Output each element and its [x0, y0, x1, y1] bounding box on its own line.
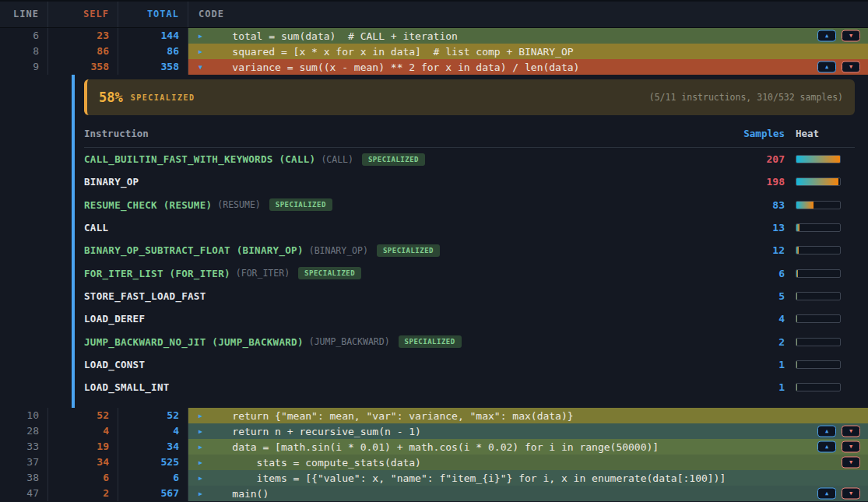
heat-cell	[796, 223, 855, 232]
code-text: items = [{"value": x, "name": f"item_{i}…	[208, 472, 726, 484]
jump-down-button[interactable]: ▼	[842, 426, 860, 437]
code-line-row[interactable]: 37 34 525 ▶ stats = compute_stats(data) …	[0, 455, 868, 470]
code-cell[interactable]: ▶ data = [math.sin(i * 0.01) + math.cos(…	[188, 439, 868, 455]
code-cell[interactable]: ▶ total = sum(data) # CALL + iteration ▲…	[188, 28, 868, 44]
code-cell[interactable]: ▶ main() ▲ ▼	[188, 486, 868, 501]
heat-bar-track	[796, 246, 841, 255]
heat-bar-fill	[796, 224, 799, 231]
column-header-line[interactable]: LINE	[0, 2, 48, 27]
expand-arrow-icon[interactable]: ▶	[199, 444, 206, 451]
row-buttons: ▼	[842, 457, 860, 469]
code-rows-top: 6 23 144 ▶ total = sum(data) # CALL + it…	[0, 28, 868, 75]
column-header-code[interactable]: CODE	[188, 2, 868, 27]
heat-bar-fill	[796, 339, 797, 346]
specialized-label: SPECIALIZED	[131, 93, 195, 102]
instruction-name-wrap: CALL	[84, 222, 736, 233]
heat-bar-track	[796, 155, 841, 163]
instruction-base-name: (JUMP_BACKWARD)	[309, 336, 390, 347]
self-samples: 19	[48, 439, 118, 455]
code-cell[interactable]: ▶ items = [{"value": x, "name": f"item_{…	[188, 470, 868, 486]
jump-down-button[interactable]: ▼	[842, 441, 860, 453]
instruction-samples: 6	[736, 268, 785, 279]
jump-up-button[interactable]: ▲	[817, 61, 836, 73]
line-number: 28	[0, 423, 48, 439]
specialized-badge: SPECIALIZED	[377, 244, 440, 257]
heat-bar-fill	[796, 361, 797, 368]
instruction-name-wrap: BINARY_OP	[84, 176, 736, 188]
code-text: return {"mean": mean, "var": variance, "…	[208, 410, 574, 422]
code-cell[interactable]: ▼ variance = sum((x - mean) ** 2 for x i…	[188, 59, 868, 75]
instruction-name: STORE_FAST_LOAD_FAST	[84, 290, 206, 302]
heat-bar-fill	[796, 178, 838, 185]
specialized-badge: SPECIALIZED	[399, 335, 462, 348]
line-number: 8	[0, 44, 48, 59]
jump-down-button[interactable]: ▼	[842, 61, 860, 73]
expand-arrow-icon[interactable]: ▶	[199, 412, 206, 420]
jump-down-button[interactable]: ▼	[842, 488, 860, 500]
jump-up-button[interactable]: ▲	[817, 488, 836, 500]
total-samples: 144	[118, 28, 188, 44]
instruction-name: BINARY_OP_SUBTRACT_FLOAT (BINARY_OP)	[84, 244, 304, 256]
specialization-summary-box: 58% SPECIALIZED (5/11 instructions, 310/…	[84, 79, 855, 115]
detail-accent-bar	[72, 75, 75, 408]
code-line-row[interactable]: 38 6 6 ▶ items = [{"value": x, "name": f…	[0, 470, 868, 486]
instruction-base-name: (FOR_ITER)	[236, 268, 290, 279]
instruction-name: CALL	[84, 222, 108, 233]
expand-arrow-icon[interactable]: ▶	[199, 48, 206, 55]
expand-arrow-icon[interactable]: ▶	[199, 33, 206, 40]
instruction-row: LOAD_DEREF 4	[84, 307, 855, 330]
code-line-row[interactable]: 6 23 144 ▶ total = sum(data) # CALL + it…	[0, 28, 868, 44]
code-line-row[interactable]: 47 2 567 ▶ main() ▲ ▼	[0, 486, 868, 501]
code-text: data = [math.sin(i * 0.01) + math.cos(i …	[208, 441, 659, 453]
specialization-detail-panel: 58% SPECIALIZED (5/11 instructions, 310/…	[0, 75, 868, 408]
column-header-self[interactable]: SELF	[48, 2, 118, 27]
jump-up-button[interactable]: ▲	[817, 441, 836, 453]
heat-cell	[796, 360, 855, 369]
jump-down-button[interactable]: ▼	[842, 30, 860, 42]
code-line-row[interactable]: 8 86 86 ▶ squared = [x * x for x in data…	[0, 44, 868, 59]
instruction-row: BINARY_OP 198	[84, 170, 855, 193]
heat-cell	[796, 201, 855, 209]
code-text: variance = sum((x - mean) ** 2 for x in …	[208, 61, 579, 73]
code-line-row[interactable]: 10 52 52 ▶ return {"mean": mean, "var": …	[0, 408, 868, 423]
code-line-row[interactable]: 9 358 358 ▼ variance = sum((x - mean) **…	[0, 59, 868, 75]
instruction-name: FOR_ITER_LIST (FOR_ITER)	[84, 268, 230, 279]
expand-arrow-icon[interactable]: ▶	[199, 428, 206, 435]
self-samples: 4	[48, 423, 118, 439]
jump-up-button[interactable]: ▲	[817, 426, 836, 437]
heat-cell	[796, 292, 855, 300]
code-cell[interactable]: ▶ stats = compute_stats(data) ▼	[188, 455, 868, 470]
code-line-row[interactable]: 28 4 4 ▶ return n + recursive_sum(n - 1)…	[0, 423, 868, 439]
samples-column-header[interactable]: Samples	[736, 128, 785, 139]
jump-up-button[interactable]: ▲	[817, 30, 836, 42]
expand-arrow-icon[interactable]: ▶	[199, 475, 206, 482]
instruction-row: FOR_ITER_LIST (FOR_ITER) (FOR_ITER) SPEC…	[84, 262, 855, 284]
heat-bar-fill	[796, 247, 799, 254]
line-number: 9	[0, 59, 48, 75]
instruction-name: CALL_BUILTIN_FAST_WITH_KEYWORDS (CALL)	[84, 153, 315, 165]
instruction-row: RESUME_CHECK (RESUME) (RESUME) SPECIALIZ…	[84, 194, 855, 216]
instruction-samples: 4	[736, 313, 785, 325]
instruction-column-header[interactable]: Instruction	[84, 128, 736, 139]
instruction-name-wrap: LOAD_DEREF	[84, 313, 736, 325]
code-cell[interactable]: ▶ return {"mean": mean, "var": variance,…	[188, 408, 868, 423]
heat-column-header[interactable]: Heat	[796, 128, 855, 139]
self-samples: 23	[48, 28, 118, 44]
instruction-name-wrap: JUMP_BACKWARD_NO_JIT (JUMP_BACKWARD) (JU…	[84, 335, 736, 348]
column-header-total[interactable]: TOTAL	[118, 2, 188, 27]
row-buttons: ▲ ▼	[817, 488, 860, 500]
code-cell[interactable]: ▶ return n + recursive_sum(n - 1) ▲ ▼	[188, 423, 868, 439]
expand-arrow-icon[interactable]: ▼	[199, 64, 206, 71]
heat-bar-track	[796, 360, 841, 369]
code-line-row[interactable]: 33 19 34 ▶ data = [math.sin(i * 0.01) + …	[0, 439, 868, 455]
heat-cell	[796, 269, 855, 278]
jump-down-button[interactable]: ▼	[842, 457, 860, 469]
total-samples: 34	[118, 439, 188, 455]
instruction-name-wrap: FOR_ITER_LIST (FOR_ITER) (FOR_ITER) SPEC…	[84, 267, 736, 279]
code-cell[interactable]: ▶ squared = [x * x for x in data] # list…	[188, 44, 868, 59]
expand-arrow-icon[interactable]: ▶	[199, 459, 206, 466]
table-header: LINE SELF TOTAL CODE	[0, 0, 868, 28]
instruction-name-wrap: BINARY_OP_SUBTRACT_FLOAT (BINARY_OP) (BI…	[84, 244, 736, 257]
expand-arrow-icon[interactable]: ▶	[199, 490, 206, 497]
heat-bar-track	[796, 383, 841, 391]
